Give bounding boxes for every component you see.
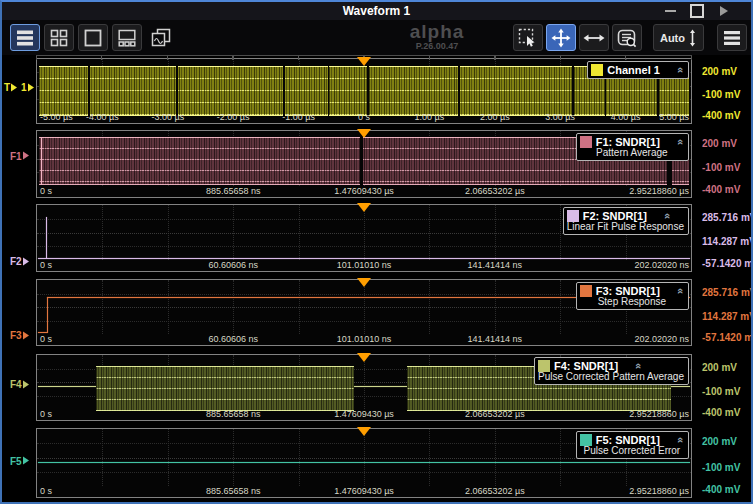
trigger-marker-icon[interactable] <box>357 203 371 212</box>
y-axis-label: -100 mV <box>702 162 740 173</box>
title-bar[interactable]: Waveform 1 <box>2 2 751 20</box>
plot-f4[interactable]: 0 s885.65658 ns1.47609430 µs2.06653202 µ… <box>36 354 692 421</box>
x-tick-label: 2.00 µs <box>480 112 510 122</box>
right-pointer-icon <box>23 257 29 265</box>
y-axis-label: 200 mV <box>702 137 737 148</box>
trace-swatch <box>580 285 592 297</box>
cascade-view-button[interactable] <box>146 24 176 51</box>
zoom-select-button[interactable] <box>513 24 543 51</box>
x-tick-label: -3.00 µs <box>151 112 184 122</box>
y-axis-label: 200 mV <box>702 436 737 447</box>
legend-f5[interactable]: F5: SNDR[1] « Pulse Corrected Error <box>576 431 689 459</box>
thumbnail-layout-button[interactable] <box>112 24 142 51</box>
f2-label[interactable]: F2 <box>10 256 29 267</box>
waveform-window: Waveform 1 <box>0 0 753 504</box>
menu-button[interactable] <box>717 24 747 51</box>
x-axis-f5: 0 s885.65658 ns1.47609430 µs2.06653202 µ… <box>37 486 691 497</box>
collapse-chevron-icon[interactable]: « <box>633 363 645 369</box>
panel-row-f4: F4 0 s885.65658 ns1.47609430 µs2.0665320… <box>2 354 751 421</box>
x-tick-label: 5.00 µs <box>659 112 689 122</box>
plot-f1[interactable]: 0 s885.65658 ns1.47609430 µs2.06653202 µ… <box>36 130 692 198</box>
trigger-marker-icon[interactable] <box>357 129 371 138</box>
horizontal-zoom-button[interactable] <box>579 24 609 51</box>
x-tick-label: 0 s <box>40 486 52 496</box>
f5-label[interactable]: F5 <box>10 455 29 466</box>
y-axis-label: -100 mV <box>702 89 740 100</box>
trigger-source-label[interactable]: T <box>4 82 17 93</box>
x-tick-label: 0 s <box>40 186 52 196</box>
pan-button[interactable] <box>546 24 576 51</box>
trigger-marker-icon[interactable] <box>357 427 371 436</box>
x-tick-label: 1.47609430 µs <box>334 486 394 496</box>
annotation-search-button[interactable] <box>612 24 642 51</box>
left-labels-f1: F1 <box>2 130 36 198</box>
x-tick-label: -2.00 µs <box>217 112 250 122</box>
x-tick-label: 60.60606 ns <box>208 260 258 270</box>
legend-f4[interactable]: F4: SNDR[1] « Pulse Corrected Pattern Av… <box>534 357 689 385</box>
detach-arrow-icon[interactable] <box>720 6 733 16</box>
y-axis-labels-f3: 285.716 mV114.287 mV-57.1420 mV <box>698 279 753 346</box>
plot-f3[interactable]: 0 s60.60606 ns101.01010 ns141.41414 ns20… <box>36 279 692 346</box>
legend-f2[interactable]: F2: SNDR[1] « Linear Fit Pulse Response <box>563 207 689 235</box>
vertical-auto-icon <box>688 29 697 47</box>
y-axis-labels-channel-1: 200 mV-100 mV-400 mV <box>698 58 753 124</box>
right-pointer-icon <box>23 331 29 339</box>
maximize-icon[interactable] <box>690 4 704 18</box>
single-layout-button[interactable] <box>78 24 108 51</box>
y-axis-label: 114.287 mV <box>702 236 753 247</box>
y-axis-labels-f4: 200 mV-100 mV-400 mV <box>698 354 753 421</box>
brand-name: alpha <box>398 22 476 41</box>
legend-channel-1[interactable]: Channel 1 « <box>587 61 689 79</box>
trigger-marker-icon[interactable] <box>357 353 371 362</box>
trigger-marker-icon[interactable] <box>357 57 371 66</box>
x-tick-label: 1.47609430 µs <box>334 409 394 419</box>
minimize-icon[interactable] <box>665 10 676 12</box>
annotation-search-icon <box>617 28 637 48</box>
x-tick-label: 885.65658 ns <box>206 409 261 419</box>
collapse-chevron-icon[interactable]: « <box>675 288 687 294</box>
x-tick-label: 1.00 µs <box>415 112 445 122</box>
x-axis-f1: 0 s885.65658 ns1.47609430 µs2.06653202 µ… <box>37 186 691 197</box>
collapse-chevron-icon[interactable]: « <box>662 213 674 219</box>
y-axis-labels-f5: 200 mV-100 mV-400 mV <box>698 428 753 498</box>
collapse-chevron-icon[interactable]: « <box>675 67 687 73</box>
brand-version: P.26.00.47 <box>398 42 476 51</box>
left-labels-channel-1: T 1 <box>2 58 36 124</box>
f4-label[interactable]: F4 <box>10 379 29 390</box>
x-tick-label: -5.00 µs <box>40 112 73 122</box>
panel-row-f2: F2 0 s60.60606 ns101.01010 ns141.41414 n… <box>2 204 751 272</box>
auto-scale-button[interactable]: Auto <box>653 24 704 51</box>
y-axis-label: -57.1420 mV <box>702 258 753 269</box>
x-tick-label: 2.95218860 µs <box>629 186 689 196</box>
legend-f1[interactable]: F1: SNDR[1] « Pattern Average <box>576 133 689 161</box>
plot-f5[interactable]: 0 s885.65658 ns1.47609430 µs2.06653202 µ… <box>36 428 692 498</box>
y-axis-label: 114.287 mV <box>702 310 753 321</box>
channel-1-label[interactable]: 1 <box>21 82 34 93</box>
y-axis-label: -100 mV <box>702 385 740 396</box>
right-pointer-icon <box>28 83 34 91</box>
right-pointer-icon <box>23 457 29 465</box>
x-axis-channel-1: -5.00 µs-4.00 µs-3.00 µs-2.00 µs-1.00 µs… <box>37 112 691 123</box>
plot-channel-1[interactable]: -5.00 µs-4.00 µs-3.00 µs-2.00 µs-1.00 µs… <box>36 58 692 124</box>
collapse-chevron-icon[interactable]: « <box>675 139 687 145</box>
stacked-layout-button[interactable] <box>10 24 40 51</box>
collapse-chevron-icon[interactable]: « <box>675 437 687 443</box>
x-tick-label: -4.00 µs <box>86 112 119 122</box>
waveform-baseline-f2 <box>38 258 690 259</box>
y-axis-label: -400 mV <box>702 407 740 418</box>
waveform-step-base-f3 <box>38 332 47 333</box>
panel-row-f1: F1 0 s885.65658 ns1.47609430 µs2.0665320… <box>2 130 751 198</box>
x-axis-f4: 0 s885.65658 ns1.47609430 µs2.06653202 µ… <box>37 409 691 420</box>
plot-f2[interactable]: 0 s60.60606 ns101.01010 ns141.41414 ns20… <box>36 204 692 272</box>
trigger-marker-icon[interactable] <box>357 278 371 287</box>
menu-icon <box>723 30 741 46</box>
auto-scale-label: Auto <box>660 32 685 44</box>
left-labels-f3: F3 <box>2 279 36 346</box>
cascade-view-icon <box>150 28 172 48</box>
legend-f3[interactable]: F3: SNDR[1] « Step Response <box>576 282 689 310</box>
brand: alpha P.26.00.47 <box>398 22 476 51</box>
y-axis-label: 200 mV <box>702 361 737 372</box>
f1-label[interactable]: F1 <box>10 150 29 161</box>
grid-layout-button[interactable] <box>44 24 74 51</box>
f3-label[interactable]: F3 <box>10 330 29 341</box>
